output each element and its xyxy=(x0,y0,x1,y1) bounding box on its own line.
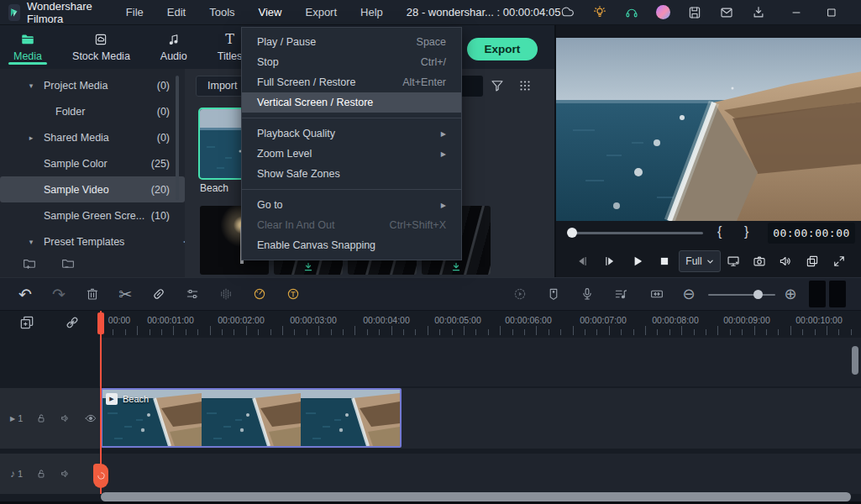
menu-item-enable-canvas-snapping[interactable]: Enable Canvas Snapping xyxy=(242,235,461,255)
sidebar-item-preset-templates[interactable]: ▾ Preset Templates xyxy=(0,228,185,255)
user-avatar[interactable] xyxy=(656,5,670,19)
fit-to-timeline-icon[interactable] xyxy=(649,286,664,302)
audio-track-lane[interactable] xyxy=(99,454,861,494)
marker-icon[interactable] xyxy=(546,286,561,302)
menu-edit[interactable]: Edit xyxy=(155,0,197,25)
add-track-icon[interactable] xyxy=(18,314,35,331)
menu-view[interactable]: View xyxy=(247,0,294,25)
play-button[interactable] xyxy=(630,254,645,269)
bulb-icon[interactable] xyxy=(592,5,607,20)
sidebar-item-shared-media[interactable]: ▸ Shared Media (0) xyxy=(0,124,185,150)
download-icon[interactable] xyxy=(751,5,766,20)
snapshot-camera-icon[interactable] xyxy=(752,254,767,269)
caret-right-icon[interactable]: ▸ xyxy=(25,134,37,142)
menu-help[interactable]: Help xyxy=(349,0,395,25)
cloud-icon[interactable] xyxy=(560,5,575,20)
save-icon[interactable] xyxy=(687,5,702,20)
track-height-toggle[interactable] xyxy=(809,281,846,307)
download-media-icon[interactable] xyxy=(303,262,313,272)
tab-stock-media[interactable]: Stock Media xyxy=(69,25,134,69)
timeline-zoom-slider[interactable] xyxy=(708,294,775,296)
audio-track-header: ♪ 1 xyxy=(0,454,99,494)
mute-track-icon[interactable] xyxy=(60,412,71,424)
menu-item-playback-quality[interactable]: Playback Quality ▶ xyxy=(242,123,461,144)
tab-audio[interactable]: Audio xyxy=(157,25,191,69)
menu-file[interactable]: File xyxy=(114,0,155,25)
stop-button[interactable] xyxy=(657,254,672,269)
zoom-out-icon[interactable]: ⊖ xyxy=(682,285,695,303)
mail-icon[interactable] xyxy=(719,5,734,20)
fullscreen-icon[interactable] xyxy=(832,254,847,269)
volume-icon[interactable] xyxy=(778,254,793,269)
mute-track-icon[interactable] xyxy=(60,468,71,480)
remove-folder-icon[interactable] xyxy=(60,255,76,270)
text-to-speech-icon[interactable] xyxy=(286,286,301,302)
speed-ramping-icon[interactable] xyxy=(252,286,267,302)
zoom-in-icon[interactable]: ⊕ xyxy=(784,285,796,303)
empty-track-lane[interactable] xyxy=(99,338,861,386)
menu-export[interactable]: Export xyxy=(293,0,349,25)
audio-denoise-icon[interactable] xyxy=(218,286,234,302)
mark-in-icon[interactable]: { xyxy=(717,224,722,239)
lock-track-icon[interactable] xyxy=(35,468,47,480)
playhead-head[interactable] xyxy=(97,312,104,334)
voiceover-mic-icon[interactable] xyxy=(580,286,595,302)
add-folder-icon[interactable] xyxy=(22,255,37,270)
seek-handle[interactable] xyxy=(567,228,577,238)
menu-item-show-safe-zones[interactable]: Show Safe Zones xyxy=(242,164,461,184)
grid-view-icon[interactable] xyxy=(517,78,533,93)
download-media-icon[interactable] xyxy=(451,262,461,272)
sidebar-item-sample-green-screen[interactable]: Sample Green Scre... (10) xyxy=(0,202,185,228)
time-ruler[interactable]: 00:00 00:00:01:00 00:00:02:00 00:00:03:0… xyxy=(99,311,861,336)
audio-track-icon: ♪ 1 xyxy=(10,468,23,480)
audio-mixer-icon[interactable] xyxy=(613,286,628,302)
copy-layers-icon[interactable] xyxy=(805,254,820,269)
sidebar-scrollbar[interactable] xyxy=(176,76,179,200)
menu-item-go-to[interactable]: Go to ▶ xyxy=(242,195,461,215)
hide-track-eye-icon[interactable] xyxy=(84,412,97,425)
ruler-label: 00:00:03:00 xyxy=(290,315,336,325)
adjust-properties-icon[interactable] xyxy=(185,286,200,302)
next-frame-button[interactable] xyxy=(602,254,617,269)
media-item-name: Beach xyxy=(200,182,228,194)
playback-quality-dropdown[interactable]: Full xyxy=(679,250,721,272)
menu-item-full-screen-restore[interactable]: Full Screen / Restore Alt+Enter xyxy=(242,72,461,92)
menu-item-stop[interactable]: Stop Ctrl+/ xyxy=(242,52,461,72)
seek-bar[interactable] xyxy=(573,232,703,234)
tab-media[interactable]: Media xyxy=(10,25,45,69)
menu-item-play-pause[interactable]: Play / Pause Space xyxy=(242,32,461,52)
filter-icon[interactable] xyxy=(490,78,505,93)
sidebar-item-folder[interactable]: Folder (0) xyxy=(0,98,185,124)
previous-frame-button[interactable] xyxy=(575,254,590,269)
export-button[interactable]: Export xyxy=(467,38,538,60)
menu-item-vertical-screen-restore[interactable]: Vertical Screen / Restore xyxy=(242,92,461,113)
sidebar-item-project-media[interactable]: ▾ Project Media (0) xyxy=(0,72,185,98)
crop-tag-icon[interactable] xyxy=(151,286,166,302)
link-clips-icon[interactable] xyxy=(64,314,81,331)
timeline-zoom-handle[interactable] xyxy=(753,290,763,299)
playhead-grip[interactable] xyxy=(93,464,108,488)
lock-track-icon[interactable] xyxy=(35,412,47,424)
horizontal-scrollbar[interactable] xyxy=(101,492,851,501)
sidebar-item-sample-color[interactable]: Sample Color (25) xyxy=(0,150,185,176)
headset-icon[interactable] xyxy=(624,5,639,20)
sidebar-item-sample-video[interactable]: Sample Video (20) xyxy=(0,176,185,202)
vertical-scrollbar[interactable] xyxy=(852,346,858,375)
redo-icon[interactable]: ↷ xyxy=(52,286,66,302)
titlebar: Wondershare Filmora File Edit Tools View… xyxy=(0,0,861,25)
display-device-icon[interactable] xyxy=(726,254,741,269)
tab-label: Titles xyxy=(218,50,242,62)
menu-tools[interactable]: Tools xyxy=(197,0,246,25)
menubar: File Edit Tools View Export Help xyxy=(114,0,395,25)
caret-down-icon[interactable]: ▾ xyxy=(25,81,37,90)
maximize-button[interactable] xyxy=(825,6,838,19)
minimize-button[interactable] xyxy=(790,6,803,19)
timeline-clip-beach[interactable]: ▶ Beach xyxy=(101,388,402,448)
delete-icon[interactable] xyxy=(85,286,100,302)
undo-icon[interactable]: ↶ xyxy=(18,286,32,302)
mark-out-icon[interactable]: } xyxy=(744,224,748,239)
caret-down-icon[interactable]: ▾ xyxy=(25,238,37,246)
menu-item-zoom-level[interactable]: Zoom Level ▶ xyxy=(242,144,461,164)
split-scissors-icon[interactable]: ✂ xyxy=(118,286,132,302)
render-preview-icon[interactable] xyxy=(512,286,528,302)
